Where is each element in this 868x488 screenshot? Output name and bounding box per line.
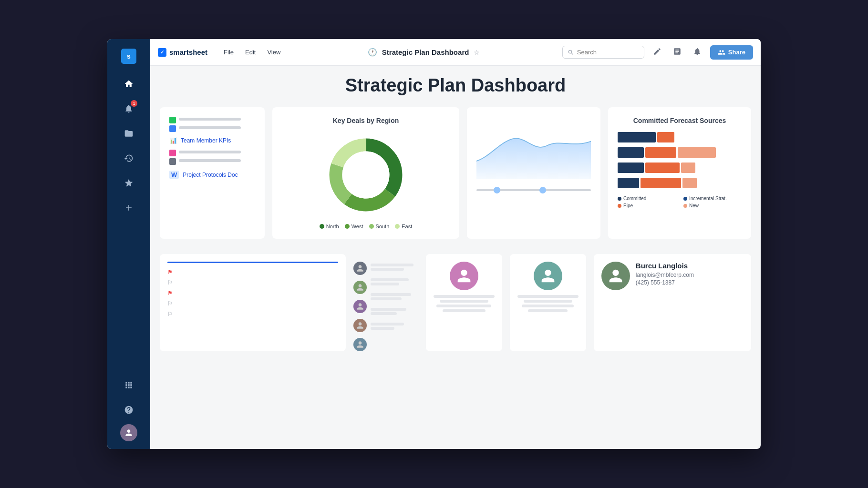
notification-icon[interactable] [690,44,704,61]
donut-chart-title: Key Deals by Region [282,117,450,124]
sidebar-item-notifications[interactable]: 1 [118,98,139,119]
bar-row-4 [618,178,742,188]
sidebar-item-recents[interactable] [118,148,139,169]
sidebar-item-help[interactable] [118,399,139,420]
person-avatar-1 [450,262,478,290]
legend-committed: Committed [618,196,676,201]
contact-card: Burcu Langlois langlois@mbfcorp.com (425… [594,254,751,351]
bar-pipe-2 [645,147,676,158]
nav-file[interactable]: File [219,47,238,58]
search-box[interactable] [562,46,644,59]
contact-info: Burcu Langlois langlois@mbfcorp.com (425… [636,262,694,286]
legend-west: West [345,224,363,229]
person-avatar-2 [534,262,562,290]
contact-phone: (425) 555-1387 [636,279,694,286]
donut-chart-card: Key Deals by Region [272,107,459,239]
legend-north: North [320,224,339,229]
nav-edit[interactable]: Edit [240,47,260,58]
edit-icon[interactable] [650,44,664,61]
area-chart-container [476,117,591,193]
person-card-1 [426,254,502,351]
task-row-4: ⚐ [167,300,338,307]
sidebar-item-new[interactable] [118,197,139,218]
main-area: ✓ smartsheet File Edit View 🕐 Strategic … [150,39,761,449]
bar-chart-title: Committed Forecast Sources [618,117,742,124]
topbar: ✓ smartsheet File Edit View 🕐 Strategic … [150,39,761,66]
legend-incremental: Incremental Strat. [683,196,742,201]
bar-committed-4 [618,178,639,188]
content-area: Strategic Plan Dashboard [150,66,761,449]
bar-committed-2 [618,147,644,158]
slider-thumb-right[interactable] [539,187,546,193]
dashboard-title: Strategic Plan Dashboard [160,75,751,96]
nav-view[interactable]: View [262,47,285,58]
task-avatar-3 [353,300,367,313]
donut-svg [323,132,409,218]
task-avatar-2 [353,281,367,294]
dashboard-icon: 🕐 [368,48,377,57]
legend-east: East [395,224,412,229]
topbar-nav: File Edit View [219,47,285,58]
share-button[interactable]: Share [710,45,753,60]
file-item-kpis[interactable]: 📊 Team Member KPIs [169,137,255,144]
legend-new: New [683,203,742,208]
file-item-protocols[interactable]: W Project Protocols Doc [169,171,255,179]
slider-track[interactable] [476,189,591,191]
bar-pipe-4 [641,178,681,188]
area-chart-card [467,107,600,239]
bar-row-2 [618,147,742,158]
sidebar-item-home[interactable] [118,73,139,94]
color-bar-green [169,117,176,123]
task-text-column [371,262,418,351]
flag-gray-4: ⚐ [167,300,173,307]
widget-row-bottom: ⚑ ⚐ ⚑ [160,254,751,351]
task-row-1: ⚑ [167,269,338,275]
svg-point-4 [342,152,390,199]
bar-row-1 [618,132,742,142]
task-avatars [353,254,418,351]
person-card-2 [510,254,586,351]
task-avatar-4 [353,319,367,332]
flag-red-1: ⚑ [167,269,173,275]
app-logo: s [119,47,138,66]
bar-pipe-1 [657,132,674,142]
bar-committed-1 [618,132,656,142]
bar-legend: Committed Incremental Strat. Pipe N [618,196,742,208]
logo-mark: ✓ [158,48,166,57]
search-input[interactable] [577,49,639,56]
flag-red-3: ⚑ [167,290,173,296]
bar-new-2 [678,147,716,158]
color-bar-gray [169,158,176,165]
favorite-star[interactable]: ☆ [474,49,480,56]
topbar-center: 🕐 Strategic Plan Dashboard ☆ [293,48,555,57]
donut-chart-container: North West South [282,132,450,229]
legend-south: South [369,224,390,229]
present-icon[interactable] [670,44,684,61]
area-chart-svg [476,117,591,183]
sidebar-item-browse[interactable] [118,123,139,144]
sidebar-item-favorites[interactable] [118,173,139,193]
task-row-2: ⚐ [167,279,338,286]
widget-row-top: 📊 Team Member KPIs [160,107,751,239]
color-bar-pink [169,150,176,156]
task-panel-header-bar [167,262,338,263]
slider-thumb-left[interactable] [494,187,500,193]
contact-avatar [601,262,630,290]
avatar-column [353,262,367,351]
color-bar-blue [169,125,176,132]
flag-gray-5: ⚐ [167,311,173,317]
task-avatar-1 [353,262,367,275]
task-row-5: ⚐ [167,311,338,317]
search-icon [568,49,574,56]
file-panel: 📊 Team Member KPIs [160,107,265,239]
donut-legend: North West South [320,224,413,229]
contact-name: Burcu Langlois [636,262,694,270]
flag-gray-2: ⚐ [167,279,173,286]
sidebar-item-apps[interactable] [118,375,139,396]
app-name: ✓ smartsheet [158,48,207,57]
contact-email: langlois@mbfcorp.com [636,272,694,278]
bar-new-3 [681,163,695,173]
bar-row-3 [618,163,742,173]
bar-pipe-3 [645,163,680,173]
user-avatar[interactable] [120,424,137,441]
